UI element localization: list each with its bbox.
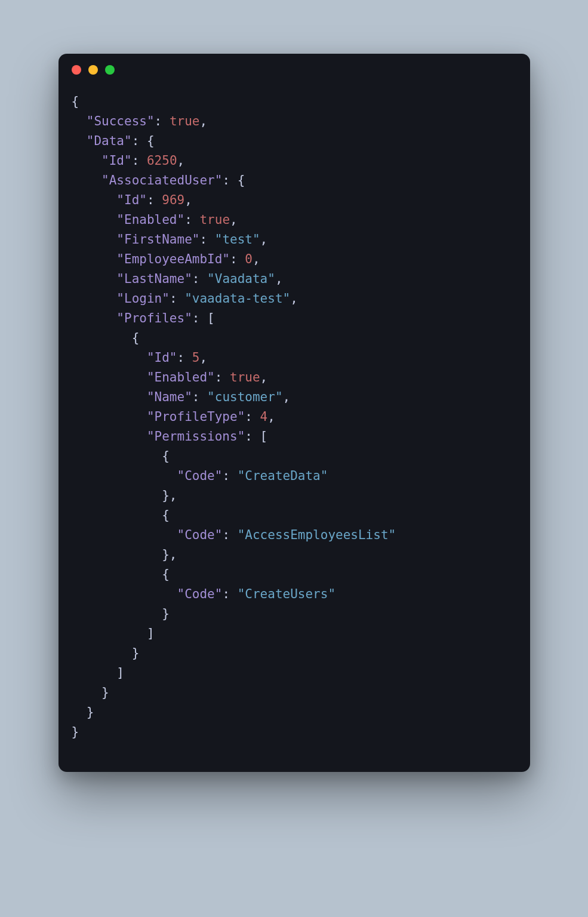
code-line: }, — [72, 486, 517, 506]
token-punct: } — [101, 685, 109, 700]
code-line: { — [72, 92, 517, 112]
code-line: "Id": 969, — [72, 190, 517, 210]
token-punct: : — [245, 410, 260, 424]
token-punct: : — [184, 213, 199, 227]
token-key: "Enabled" — [147, 370, 215, 384]
token-punct: , — [283, 390, 291, 404]
token-key: "LastName" — [116, 272, 192, 286]
token-punct: { — [162, 508, 170, 522]
code-line: }, — [72, 545, 517, 565]
code-line: { — [72, 328, 517, 348]
token-num: 0 — [245, 252, 253, 266]
code-line: ] — [72, 624, 517, 644]
token-punct: , — [199, 114, 207, 128]
token-punct: : — [155, 114, 170, 128]
code-line: "Id": 6250, — [72, 151, 517, 171]
minimize-icon[interactable] — [88, 65, 98, 75]
code-line: "LastName": "Vaadata", — [72, 269, 517, 289]
token-punct: , — [199, 350, 207, 365]
token-punct: } — [87, 705, 94, 719]
maximize-icon[interactable] — [105, 65, 115, 75]
code-line: "Name": "customer", — [72, 387, 517, 407]
token-key: "Permissions" — [147, 429, 245, 444]
token-key: "ProfileType" — [147, 410, 245, 424]
code-editor[interactable]: { "Success": true, "Data": { "Id": 6250,… — [59, 86, 530, 772]
code-line: { — [72, 506, 517, 525]
token-num: 5 — [192, 350, 200, 365]
code-line: "Code": "CreateUsers" — [72, 584, 517, 604]
token-punct: ] — [147, 626, 155, 641]
token-bool: true — [230, 370, 260, 384]
token-key: "FirstName" — [116, 232, 199, 247]
token-punct: { — [132, 331, 140, 345]
token-key: "Enabled" — [116, 213, 184, 227]
code-line: "Data": { — [72, 131, 517, 151]
token-key: "Code" — [177, 528, 223, 542]
token-punct: }, — [162, 547, 177, 562]
code-line: "ProfileType": 4, — [72, 407, 517, 427]
token-punct: : [ — [245, 429, 267, 444]
token-bool: true — [170, 114, 200, 128]
code-line: "Enabled": true, — [72, 210, 517, 230]
token-key: "AssociatedUser" — [101, 173, 222, 187]
token-key: "Name" — [147, 390, 192, 404]
code-line: "Profiles": [ — [72, 309, 517, 328]
code-line: "Id": 5, — [72, 348, 517, 368]
token-punct: : — [215, 370, 230, 384]
token-punct: { — [162, 567, 170, 581]
token-punct: , — [260, 370, 268, 384]
token-punct: } — [162, 607, 170, 621]
token-punct: : — [199, 232, 214, 247]
code-line: "AssociatedUser": { — [72, 171, 517, 190]
code-line: "FirstName": "test", — [72, 230, 517, 250]
token-key: "Code" — [177, 587, 223, 601]
token-punct: , — [275, 272, 283, 286]
code-line: "Code": "AccessEmployeesList" — [72, 525, 517, 545]
code-line: "Code": "CreateData" — [72, 466, 517, 486]
token-punct: : — [147, 193, 162, 207]
code-line: "EmployeeAmbId": 0, — [72, 250, 517, 269]
token-punct: : — [230, 252, 245, 266]
token-string: "customer" — [207, 390, 282, 404]
token-punct: : — [192, 272, 207, 286]
token-string: "vaadata-test" — [184, 291, 290, 306]
token-punct: : — [192, 390, 207, 404]
token-key: "Success" — [87, 114, 155, 128]
token-string: "CreateUsers" — [238, 587, 335, 601]
token-bool: true — [199, 213, 230, 227]
token-punct: { — [72, 94, 79, 109]
token-num: 969 — [162, 193, 184, 207]
code-line: "Permissions": [ — [72, 427, 517, 447]
token-punct: } — [72, 725, 79, 739]
token-key: "EmployeeAmbId" — [116, 252, 230, 266]
token-key: "Code" — [177, 469, 223, 483]
code-window: { "Success": true, "Data": { "Id": 6250,… — [59, 54, 530, 772]
token-punct: : — [222, 587, 237, 601]
token-punct: } — [132, 646, 140, 660]
token-key: "Login" — [116, 291, 170, 306]
token-num: 6250 — [147, 153, 177, 168]
token-punct: , — [184, 193, 192, 207]
token-key: "Data" — [87, 134, 132, 148]
token-key: "Id" — [101, 153, 132, 168]
token-punct: : — [177, 350, 192, 365]
token-string: "CreateData" — [238, 469, 328, 483]
code-line: } — [72, 722, 517, 742]
token-punct: : — [222, 528, 237, 542]
close-icon[interactable] — [72, 65, 81, 75]
code-line: } — [72, 644, 517, 663]
token-punct: : — [132, 153, 147, 168]
token-punct: , — [230, 213, 238, 227]
token-num: 4 — [260, 410, 268, 424]
token-punct: : [ — [192, 311, 215, 325]
token-punct: , — [267, 410, 275, 424]
code-line: ] — [72, 663, 517, 683]
token-punct: ] — [116, 666, 124, 680]
token-punct: : { — [132, 134, 155, 148]
token-punct: : { — [222, 173, 245, 187]
code-line: } — [72, 683, 517, 703]
token-punct: , — [260, 232, 268, 247]
token-punct: , — [290, 291, 298, 306]
token-string: "Vaadata" — [207, 272, 275, 286]
code-line: } — [72, 703, 517, 722]
